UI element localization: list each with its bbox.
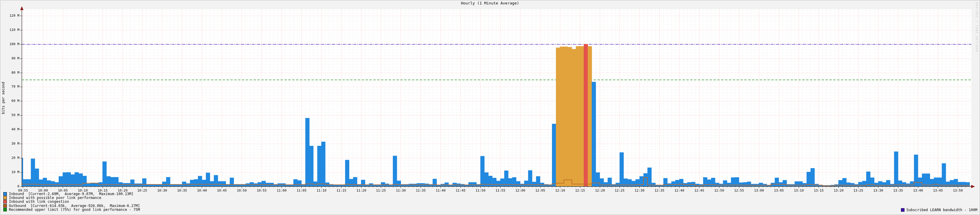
subscribed-bandwidth-legend: Subscribed LEARN bandwidth - 100M [901,208,977,212]
legend-label: Recommended upper limit (75%) for good l… [9,207,140,212]
chart-title: Hourly (1 Minute Average) [0,1,980,5]
legend-item-2: Inbound with link congestion [3,200,140,204]
rrdtool-watermark: RRDTOOL / TOBI OETIKER [975,2,978,52]
legend: Inbound [Current-2.69M, Average-9.07M, M… [3,192,140,212]
bandwidth-graph-page: Hourly (1 Minute Average) bits per secon… [0,0,980,215]
legend-item-4: Recommended upper limit (75%) for good l… [3,208,140,212]
legend-swatch-recommended_limit [3,208,7,212]
legend-label: Outbound [Current-614.03k, Average-926.0… [9,204,140,208]
legend-swatch-inbound [3,192,7,196]
legend-label: Inbound with link congestion [9,199,69,204]
legend-label: Inbound [Current-2.69M, Average-9.07M, M… [9,192,134,196]
legend-swatch-inbound_congestion [3,200,7,204]
subscribed-bandwidth-swatch [901,208,905,212]
y-axis-label: bits per second [1,77,5,119]
bandwidth-chart-canvas [0,0,980,215]
legend-item-1: Inbound with possible poor link performa… [3,196,140,199]
legend-item-3: Outbound [Current-614.03k, Average-926.0… [3,204,140,207]
subscribed-bandwidth-label: Subscribed LEARN bandwidth - 100M [907,208,977,212]
legend-label: Inbound with possible poor link performa… [9,196,101,200]
legend-item-0: Inbound [Current-2.69M, Average-9.07M, M… [3,192,140,196]
legend-swatch-outbound [3,204,7,207]
legend-swatch-inbound_poor_link [3,196,7,199]
